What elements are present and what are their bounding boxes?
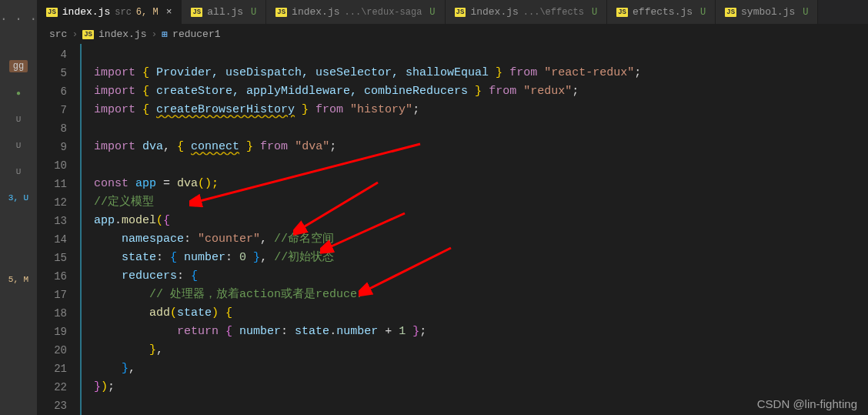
scm-status: 5, M xyxy=(8,275,28,284)
js-file-icon: JS xyxy=(191,8,202,17)
menu-dots-icon[interactable]: · · · xyxy=(0,6,37,32)
breadcrumb[interactable]: src › JS index.js › ⊞ reducer1 xyxy=(37,25,868,44)
tab-label: index.js xyxy=(292,6,339,18)
scm-status: U xyxy=(16,115,22,124)
tab-untracked: U xyxy=(592,7,597,18)
code-content[interactable]: import { Provider, useDispatch, useSelec… xyxy=(82,44,868,415)
tab-label: all.js xyxy=(207,6,243,18)
tab-index-effects[interactable]: JS index.js ...\effects U xyxy=(446,0,608,24)
tab-path: ...\redux-saga xyxy=(345,7,422,18)
tab-modified: 6, M xyxy=(136,7,159,18)
js-file-icon: JS xyxy=(82,30,94,39)
tab-label: effects.js xyxy=(633,6,693,18)
scm-status: 3, U xyxy=(8,193,28,202)
js-file-icon: JS xyxy=(455,8,466,17)
tab-path: ...\effects xyxy=(523,7,584,18)
js-file-icon: JS xyxy=(725,8,736,17)
symbol-icon: ⊞ xyxy=(162,28,168,41)
tab-untracked: U xyxy=(700,7,706,18)
tab-effects[interactable]: JS effects.js U xyxy=(607,0,716,24)
tab-index-saga[interactable]: JS index.js ...\redux-saga U xyxy=(266,0,445,24)
watermark: CSDN @lin-fighting xyxy=(757,397,857,410)
tab-all[interactable]: JS all.js U xyxy=(182,0,266,24)
scm-dot: ● xyxy=(16,89,21,98)
tab-symbol[interactable]: JS symbol.js U xyxy=(716,0,818,24)
scm-status: U xyxy=(16,167,22,176)
tab-path: src xyxy=(115,7,132,18)
gutter: 4567891011121314151617181920212223 xyxy=(37,44,80,415)
tab-untracked: U xyxy=(251,7,256,18)
scm-status: U xyxy=(16,141,22,150)
tab-label: index.js xyxy=(62,6,110,18)
tab-label: symbol.js xyxy=(741,6,795,18)
badge: gg xyxy=(9,60,28,72)
js-file-icon: JS xyxy=(616,8,628,17)
chevron-right-icon: › xyxy=(72,28,78,40)
tab-label: index.js xyxy=(470,6,518,18)
js-file-icon: JS xyxy=(46,8,58,17)
activity-bar: · · · gg ● U U U 3, U 5, M xyxy=(0,0,37,415)
close-icon[interactable]: × xyxy=(166,6,172,18)
tab-index-src[interactable]: JS index.js src 6, M × xyxy=(37,0,182,24)
breadcrumb-item[interactable]: index.js xyxy=(98,28,146,40)
breadcrumb-item[interactable]: src xyxy=(49,28,67,40)
editor-tabs: JS index.js src 6, M × JS all.js U JS in… xyxy=(37,0,868,25)
tab-untracked: U xyxy=(803,7,808,18)
js-file-icon: JS xyxy=(275,8,287,17)
chevron-right-icon: › xyxy=(151,28,157,40)
breadcrumb-item[interactable]: reducer1 xyxy=(172,28,220,40)
tab-untracked: U xyxy=(429,7,435,18)
code-editor[interactable]: 4567891011121314151617181920212223 impor… xyxy=(37,44,868,415)
